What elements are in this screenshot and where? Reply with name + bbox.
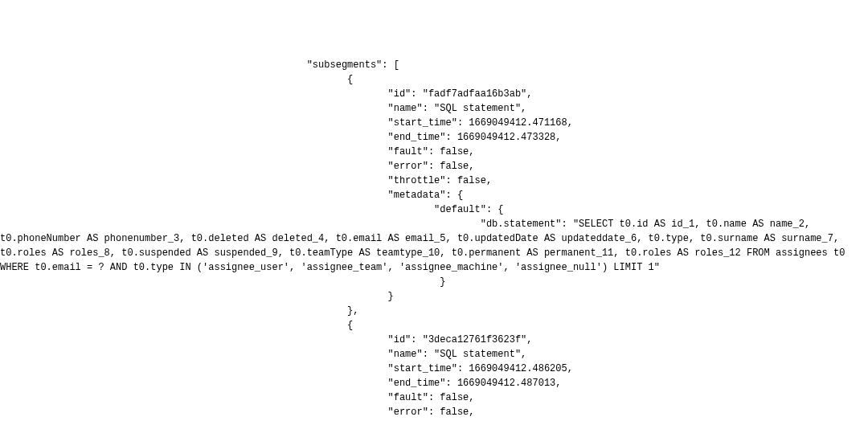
obj-open-1: { xyxy=(0,74,353,85)
item1-default: "default": { xyxy=(0,204,504,215)
item2-error: "error": false, xyxy=(0,407,475,418)
item1-end-time: "end_time": 1669049412.473328, xyxy=(0,132,562,143)
item1-fault: "fault": false, xyxy=(0,146,475,157)
key-subsegments: "subsegments": [ xyxy=(0,59,399,71)
obj-open-2: { xyxy=(0,320,353,331)
item2-id: "id": "3deca12761f3623f", xyxy=(0,334,533,345)
obj-close-1: }, xyxy=(0,305,358,317)
item1-name: "name": "SQL statement", xyxy=(0,103,526,114)
item1-start-time: "start_time": 1669049412.471168, xyxy=(0,117,573,129)
item1-metadata: "metadata": { xyxy=(0,190,463,201)
close-brace-1b: } xyxy=(0,291,394,302)
item1-throttle: "throttle": false, xyxy=(0,175,492,186)
item1-error: "error": false, xyxy=(0,161,475,172)
json-code-block: "subsegments": [ { "id": "fadf7adfaa16b3… xyxy=(0,58,868,421)
item1-dbstatement: "db.statement": "SELECT t0.id AS id_1, t… xyxy=(0,219,851,273)
item2-start-time: "start_time": 1669049412.486205, xyxy=(0,363,573,374)
item1-id: "id": "fadf7adfaa16b3ab", xyxy=(0,88,533,100)
item2-name: "name": "SQL statement", xyxy=(0,349,526,360)
item2-end-time: "end_time": 1669049412.487013, xyxy=(0,378,562,389)
item2-fault: "fault": false, xyxy=(0,392,475,403)
close-brace-1a: } xyxy=(0,276,446,288)
